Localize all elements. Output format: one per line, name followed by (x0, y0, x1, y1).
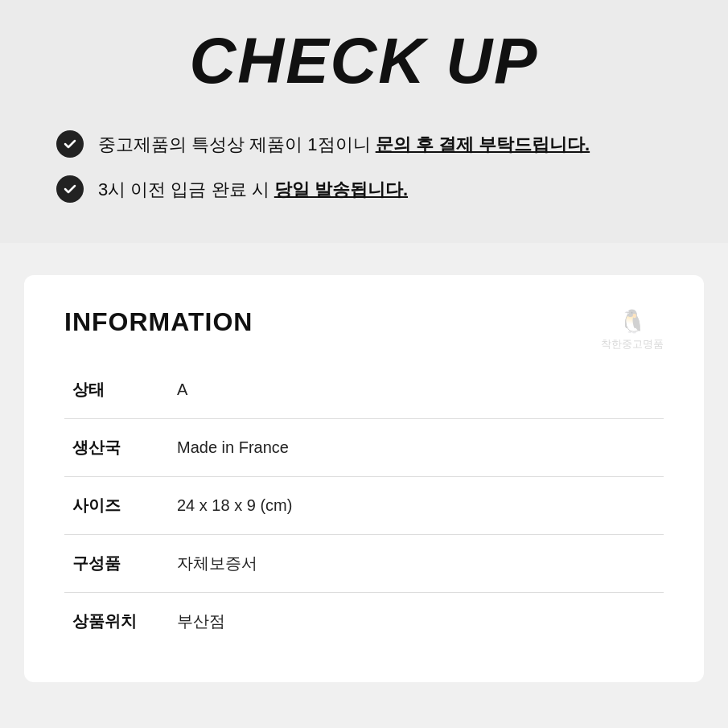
checkmark-icon-2 (56, 175, 84, 203)
table-row: 상태A (64, 361, 664, 419)
table-row: 구성품자체보증서 (64, 535, 664, 593)
check-item-1: 중고제품의 특성상 제품이 1점이니 문의 후 결제 부탁드립니다. (56, 130, 680, 158)
table-cell-value: 자체보증서 (169, 535, 664, 593)
page-title: CHECK UP (48, 24, 680, 98)
checklist: 중고제품의 특성상 제품이 1점이니 문의 후 결제 부탁드립니다. 3시 이전… (48, 130, 680, 203)
info-title: INFORMATION (64, 307, 664, 337)
check-text-1: 중고제품의 특성상 제품이 1점이니 문의 후 결제 부탁드립니다. (98, 131, 590, 158)
checkmark-icon-1 (56, 130, 84, 158)
top-section: CHECK UP 중고제품의 특성상 제품이 1점이니 문의 후 결제 부탁드립… (0, 0, 728, 243)
table-cell-label: 구성품 (64, 535, 169, 593)
info-table: 상태A생산국Made in France사이즈24 x 18 x 9 (cm)구… (64, 361, 664, 650)
watermark: 🐧 착한중고명품 (601, 307, 664, 352)
check-text-2: 3시 이전 입금 완료 시 당일 발송됩니다. (98, 176, 408, 203)
table-row: 상품위치부산점 (64, 593, 664, 651)
table-cell-value: Made in France (169, 419, 664, 477)
table-row: 생산국Made in France (64, 419, 664, 477)
bottom-section: INFORMATION 🐧 착한중고명품 상태A생산국Made in Franc… (0, 243, 728, 714)
table-cell-label: 생산국 (64, 419, 169, 477)
check-item-2: 3시 이전 입금 완료 시 당일 발송됩니다. (56, 175, 680, 203)
table-row: 사이즈24 x 18 x 9 (cm) (64, 477, 664, 535)
table-cell-value: 24 x 18 x 9 (cm) (169, 477, 664, 535)
watermark-text: 착한중고명품 (601, 338, 664, 350)
table-cell-value: 부산점 (169, 593, 664, 651)
table-cell-label: 상품위치 (64, 593, 169, 651)
table-cell-value: A (169, 361, 664, 419)
watermark-icon: 🐧 (601, 307, 664, 336)
table-cell-label: 사이즈 (64, 477, 169, 535)
info-card: INFORMATION 🐧 착한중고명품 상태A생산국Made in Franc… (24, 275, 704, 682)
table-cell-label: 상태 (64, 361, 169, 419)
